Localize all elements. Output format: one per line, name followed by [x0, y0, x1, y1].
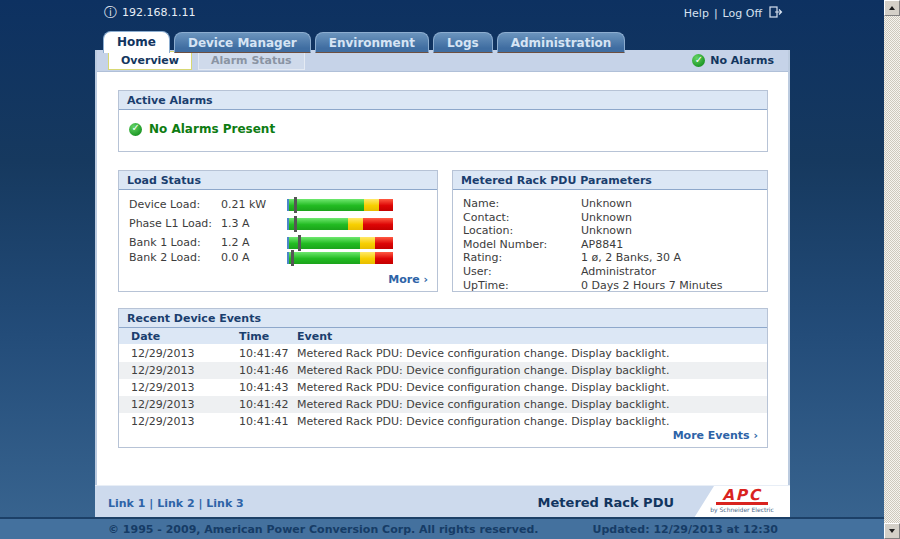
event-time: 10:41:41	[239, 415, 297, 428]
product-name: Metered Rack PDU	[538, 495, 674, 510]
pdu-parameters-title: Metered Rack PDU Parameters	[453, 171, 767, 190]
col-time: Time	[239, 330, 297, 343]
scroll-up-button[interactable]	[884, 0, 900, 16]
event-time: 10:41:46	[239, 364, 297, 377]
load-label: Phase L1 Load:	[129, 217, 221, 230]
log-off-icon[interactable]	[769, 6, 783, 21]
load-row-device: Device Load: 0.21 kW	[129, 198, 429, 211]
scroll-down-icon	[889, 529, 895, 533]
param-row-contact: Contact: Unknown	[463, 211, 759, 225]
param-label: Rating:	[463, 251, 581, 265]
alarm-badge-label: No Alarms	[710, 54, 774, 67]
alarms-ok-check-icon	[129, 123, 142, 136]
link-separator: |	[714, 7, 718, 20]
footer-link-3[interactable]: Link 3	[206, 497, 243, 510]
event-text: Metered Rack PDU: Device configuration c…	[297, 364, 767, 377]
alarm-status-badge: No Alarms	[692, 54, 774, 67]
apc-tagline: by Schneider Electric	[694, 506, 790, 513]
load-label: Bank 2 Load:	[129, 251, 221, 264]
device-ip: ⓘ 192.168.1.11	[104, 6, 195, 19]
load-more-link[interactable]: More ›	[388, 273, 428, 286]
subtab-alarm-status[interactable]: Alarm Status	[198, 51, 305, 70]
status-bar: © 1995 - 2009, American Power Conversion…	[0, 517, 900, 539]
footer-links: Link 1 | Link 2 | Link 3	[108, 497, 244, 510]
event-time: 10:41:43	[239, 381, 297, 394]
param-label: Name:	[463, 197, 581, 211]
sub-tabbar: Overview Alarm Status No Alarms	[97, 50, 788, 72]
gauge-marker	[294, 197, 297, 213]
load-row-bank-2: Bank 2 Load: 0.0 A	[129, 251, 429, 264]
scroll-down-button[interactable]	[884, 523, 900, 539]
event-date: 12/29/2013	[131, 364, 239, 377]
active-alarms-title: Active Alarms	[119, 91, 767, 110]
param-label: User:	[463, 265, 581, 279]
load-status-box: Load Status Device Load: 0.21 kW Phase L…	[118, 170, 438, 292]
param-row-model-number: Model Number: AP8841	[463, 238, 759, 252]
event-time: 10:41:42	[239, 398, 297, 411]
tab-device-manager[interactable]: Device Manager	[174, 32, 311, 53]
apc-pdu-console: ⓘ 192.168.1.11 Help | Log Off Home Devic…	[0, 0, 900, 539]
param-label: UpTime:	[463, 279, 581, 293]
tab-administration[interactable]: Administration	[497, 32, 626, 53]
no-alarms-message: No Alarms Present	[149, 122, 275, 136]
tab-home[interactable]: Home	[103, 31, 170, 53]
param-value: Administrator	[581, 265, 656, 279]
event-row: 12/29/2013 10:41:41 Metered Rack PDU: De…	[119, 413, 767, 430]
tab-environment[interactable]: Environment	[315, 32, 429, 53]
load-value: 1.2 A	[221, 236, 287, 249]
load-row-phase-l1: Phase L1 Load: 1.3 A	[129, 217, 429, 230]
load-status-title: Load Status	[119, 171, 437, 190]
event-text: Metered Rack PDU: Device configuration c…	[297, 381, 767, 394]
updated-timestamp: Updated: 12/29/2013 at 12:30	[592, 523, 778, 536]
param-row-rating: Rating: 1 ø, 2 Banks, 30 A	[463, 251, 759, 265]
recent-events-title: Recent Device Events	[119, 309, 767, 328]
event-text: Metered Rack PDU: Device configuration c…	[297, 398, 767, 411]
apc-brand-text: APC	[694, 488, 790, 502]
load-gauge	[287, 199, 393, 211]
event-time: 10:41:47	[239, 347, 297, 360]
copyright-text: © 1995 - 2009, American Power Conversion…	[108, 523, 538, 536]
event-row: 12/29/2013 10:41:47 Metered Rack PDU: De…	[119, 345, 767, 362]
event-date: 12/29/2013	[131, 347, 239, 360]
load-label: Device Load:	[129, 198, 221, 211]
no-alarms-check-icon	[692, 54, 705, 67]
param-row-uptime: UpTime: 0 Days 2 Hours 7 Minutes	[463, 279, 759, 293]
event-text: Metered Rack PDU: Device configuration c…	[297, 415, 767, 428]
gauge-marker	[298, 235, 301, 251]
load-gauge	[287, 252, 393, 264]
param-label: Contact:	[463, 211, 581, 225]
tab-logs[interactable]: Logs	[433, 32, 493, 53]
session-links: Help | Log Off	[684, 6, 783, 21]
param-value: Unknown	[581, 211, 632, 225]
footer-link-2[interactable]: Link 2	[157, 497, 194, 510]
subtab-overview[interactable]: Overview	[108, 51, 192, 70]
vertical-scrollbar[interactable]	[884, 0, 900, 539]
event-date: 12/29/2013	[131, 415, 239, 428]
link-separator: |	[198, 497, 202, 510]
footer-link-1[interactable]: Link 1	[108, 497, 145, 510]
param-value: AP8841	[581, 238, 623, 252]
param-label: Location:	[463, 224, 581, 238]
load-label: Bank 1 Load:	[129, 236, 221, 249]
event-row: 12/29/2013 10:41:42 Metered Rack PDU: De…	[119, 396, 767, 413]
load-gauge	[287, 218, 393, 230]
param-value: Unknown	[581, 197, 632, 211]
param-label: Model Number:	[463, 238, 581, 252]
help-link[interactable]: Help	[684, 7, 709, 20]
param-value: Unknown	[581, 224, 632, 238]
info-icon: ⓘ	[104, 6, 117, 19]
col-date: Date	[131, 330, 239, 343]
load-value: 1.3 A	[221, 217, 287, 230]
apc-logo: APC by Schneider Electric	[694, 486, 790, 518]
more-events-link[interactable]: More Events ›	[673, 429, 758, 442]
load-value: 0.0 A	[221, 251, 287, 264]
active-alarms-box: Active Alarms No Alarms Present	[118, 90, 768, 152]
param-row-location: Location: Unknown	[463, 224, 759, 238]
param-row-name: Name: Unknown	[463, 197, 759, 211]
link-separator: |	[149, 497, 153, 510]
param-row-user: User: Administrator	[463, 265, 759, 279]
gauge-marker	[291, 250, 294, 266]
col-event: Event	[297, 330, 767, 343]
log-off-link[interactable]: Log Off	[723, 7, 762, 20]
recent-events-box: Recent Device Events Date Time Event 12/…	[118, 308, 768, 448]
